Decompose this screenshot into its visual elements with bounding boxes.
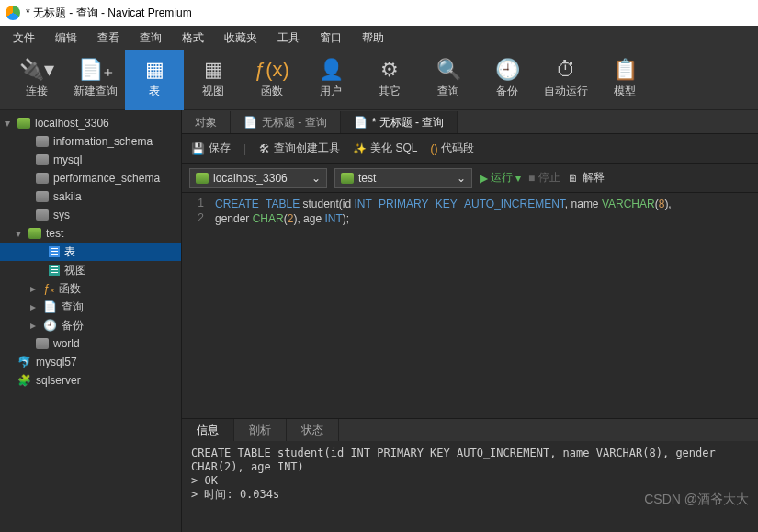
sql-editor[interactable]: 12 CREATE TABLE student(id INT PRIMARY K… bbox=[182, 193, 758, 418]
tab-query-1[interactable]: 📄无标题 - 查询 bbox=[231, 111, 341, 133]
menu-window[interactable]: 窗口 bbox=[311, 27, 351, 50]
other-icon: ⚙ bbox=[380, 60, 399, 80]
database-icon bbox=[28, 228, 41, 239]
connection-icon bbox=[17, 118, 30, 129]
builder-icon: 🛠 bbox=[259, 142, 270, 155]
tree-db-information-schema[interactable]: information_schema bbox=[0, 132, 181, 151]
menu-query[interactable]: 查询 bbox=[130, 27, 171, 50]
menu-favorites[interactable]: 收藏夹 bbox=[215, 27, 266, 50]
database-icon bbox=[36, 154, 49, 165]
tree-conn-mysql57[interactable]: 🐬mysql57 bbox=[0, 353, 181, 371]
query-icon: 📄 bbox=[43, 300, 57, 313]
run-button[interactable]: ▶运行▾ bbox=[480, 170, 521, 186]
ribbon: 🔌▾连接 📄₊新建查询 ▦表 ▦视图 ƒ(x)函数 👤用户 ⚙其它 🔍查询 🕘备… bbox=[0, 50, 758, 110]
ribbon-new-query[interactable]: 📄₊新建查询 bbox=[66, 50, 125, 110]
collapse-icon: ▾ bbox=[2, 117, 13, 130]
view-icon bbox=[49, 265, 60, 276]
ribbon-table[interactable]: ▦表 bbox=[125, 50, 184, 110]
window-title: * 无标题 - 查询 - Navicat Premium bbox=[26, 6, 192, 21]
menu-edit[interactable]: 编辑 bbox=[46, 27, 86, 50]
chevron-down-icon: ⌄ bbox=[311, 172, 321, 185]
connection-icon: 🐬 bbox=[17, 356, 31, 368]
autorun-icon: ⏱ bbox=[556, 60, 576, 80]
database-icon bbox=[36, 209, 49, 221]
tree-db-sys[interactable]: sys bbox=[0, 206, 181, 224]
query-toolbar: 💾保存 | 🛠查询创建工具 ✨美化 SQL ()代码段 bbox=[182, 134, 758, 164]
collapse-icon: ▾ bbox=[13, 227, 24, 240]
expand-icon: ▸ bbox=[28, 319, 39, 332]
chevron-down-icon: ▾ bbox=[515, 172, 521, 185]
connection-icon: 🧩 bbox=[17, 374, 31, 387]
tree-node-views[interactable]: 视图 bbox=[0, 261, 181, 279]
tree-node-queries[interactable]: ▸📄查询 bbox=[0, 298, 181, 316]
tree-db-test[interactable]: ▾test bbox=[0, 224, 181, 243]
ribbon-function[interactable]: ƒ(x)函数 bbox=[243, 50, 301, 110]
beautify-sql-button[interactable]: ✨美化 SQL bbox=[353, 141, 417, 156]
result-tab-info[interactable]: 信息 bbox=[182, 419, 234, 441]
tree-node-functions[interactable]: ▸ƒₓ函数 bbox=[0, 279, 181, 298]
model-icon: 📋 bbox=[613, 60, 638, 80]
sidebar[interactable]: ▾localhost_3306 information_schema mysql… bbox=[0, 110, 182, 532]
ribbon-backup[interactable]: 🕘备份 bbox=[478, 50, 537, 110]
menu-file[interactable]: 文件 bbox=[4, 27, 44, 50]
explain-icon: 🗎 bbox=[568, 172, 579, 185]
tree-node-backups[interactable]: ▸🕘备份 bbox=[0, 316, 181, 334]
tree-conn-localhost[interactable]: ▾localhost_3306 bbox=[0, 114, 181, 132]
result-tab-profile[interactable]: 剖析 bbox=[234, 419, 287, 441]
tree-db-performance-schema[interactable]: performance_schema bbox=[0, 169, 181, 187]
user-icon: 👤 bbox=[319, 60, 344, 80]
tree-conn-sqlserver[interactable]: 🧩sqlserver bbox=[0, 371, 181, 390]
titlebar: * 无标题 - 查询 - Navicat Premium bbox=[0, 0, 758, 26]
ribbon-other[interactable]: ⚙其它 bbox=[360, 50, 419, 110]
snippet-icon: () bbox=[430, 142, 437, 155]
menubar: 文件 编辑 查看 查询 格式 收藏夹 工具 窗口 帮助 bbox=[0, 26, 758, 50]
expand-icon: ▸ bbox=[28, 300, 39, 313]
ribbon-user[interactable]: 👤用户 bbox=[301, 50, 360, 110]
query-tab-icon: 📄 bbox=[354, 116, 368, 129]
explain-button[interactable]: 🗎解释 bbox=[568, 170, 605, 186]
menu-view[interactable]: 查看 bbox=[88, 27, 129, 50]
save-button[interactable]: 💾保存 bbox=[191, 141, 231, 156]
database-icon bbox=[36, 338, 49, 349]
tab-query-2[interactable]: 📄* 无标题 - 查询 bbox=[341, 111, 458, 133]
connection-selectors: localhost_3306⌄ test⌄ ▶运行▾ ■停止 🗎解释 bbox=[182, 164, 758, 193]
function-icon: ƒₓ bbox=[43, 282, 54, 295]
chevron-down-icon: ⌄ bbox=[457, 172, 466, 185]
backup-icon: 🕘 bbox=[43, 319, 57, 332]
result-tabs: 信息 剖析 状态 bbox=[182, 419, 758, 441]
save-icon: 💾 bbox=[191, 142, 205, 155]
line-gutter: 12 bbox=[182, 193, 209, 418]
query-tab-icon: 📄 bbox=[243, 116, 257, 129]
expand-icon: ▸ bbox=[28, 282, 39, 295]
tree-db-world[interactable]: world bbox=[0, 334, 181, 353]
ribbon-connect[interactable]: 🔌▾连接 bbox=[7, 50, 66, 110]
query-builder-button[interactable]: 🛠查询创建工具 bbox=[259, 141, 340, 156]
result-tab-status[interactable]: 状态 bbox=[287, 419, 339, 441]
menu-format[interactable]: 格式 bbox=[173, 27, 213, 50]
database-icon bbox=[341, 173, 354, 184]
ribbon-query[interactable]: 🔍查询 bbox=[419, 50, 478, 110]
stop-button[interactable]: ■停止 bbox=[528, 170, 560, 186]
ribbon-view[interactable]: ▦视图 bbox=[184, 50, 243, 110]
play-icon: ▶ bbox=[480, 172, 488, 185]
connection-combo[interactable]: localhost_3306⌄ bbox=[189, 168, 327, 188]
editor-tabs: 对象 📄无标题 - 查询 📄* 无标题 - 查询 bbox=[182, 110, 758, 134]
menu-help[interactable]: 帮助 bbox=[353, 27, 393, 50]
ribbon-autorun[interactable]: ⏱自动运行 bbox=[537, 50, 595, 110]
tree-db-mysql[interactable]: mysql bbox=[0, 151, 181, 169]
code-area[interactable]: CREATE TABLE student(id INT PRIMARY KEY … bbox=[209, 193, 758, 418]
table-icon bbox=[49, 246, 60, 257]
database-icon bbox=[36, 191, 49, 202]
table-icon: ▦ bbox=[145, 60, 164, 80]
new-query-icon: 📄₊ bbox=[78, 60, 114, 80]
menu-tools[interactable]: 工具 bbox=[268, 27, 309, 50]
result-output[interactable]: CREATE TABLE student(id INT PRIMARY KEY … bbox=[182, 441, 758, 532]
code-snippet-button[interactable]: ()代码段 bbox=[430, 141, 474, 156]
ribbon-model[interactable]: 📋模型 bbox=[595, 50, 654, 110]
tree-node-tables[interactable]: 表 bbox=[0, 243, 181, 261]
stop-icon: ■ bbox=[528, 172, 535, 185]
connection-icon bbox=[196, 173, 209, 184]
database-combo[interactable]: test⌄ bbox=[334, 168, 472, 188]
tree-db-sakila[interactable]: sakila bbox=[0, 187, 181, 206]
tab-objects[interactable]: 对象 bbox=[182, 111, 231, 133]
